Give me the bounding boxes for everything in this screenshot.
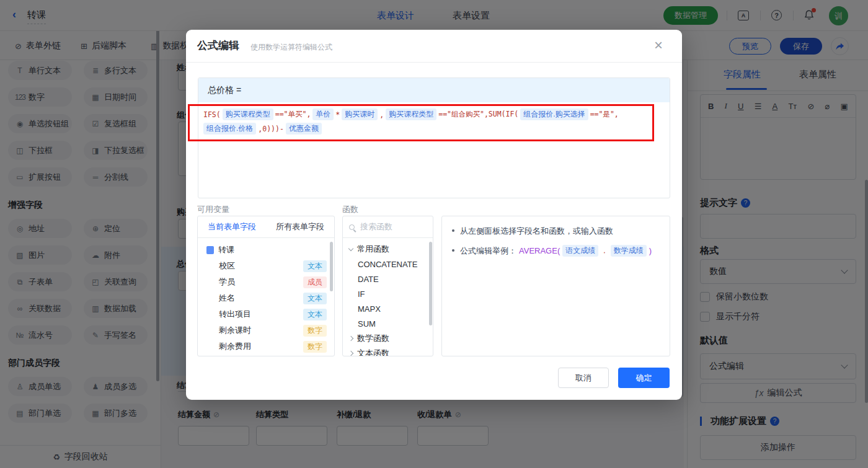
function-group-name: 文本函数 [357, 348, 389, 356]
variables-label: 可用变量 [197, 204, 229, 215]
bullet-icon [452, 249, 454, 252]
divider [186, 62, 682, 63]
close-icon[interactable]: × [654, 37, 663, 54]
variable-item[interactable]: 剩余费用数字 [198, 338, 334, 355]
dialog-title: 公式编辑 [197, 38, 239, 53]
function-search[interactable]: 搜索函数 [343, 216, 433, 238]
variable-type-tag: 文本 [303, 293, 327, 304]
variable-name: 剩余费用 [219, 341, 251, 352]
formula-edit-dialog: 公式编辑 使用数学运算符编辑公式 × 总价格 = IFS(购买课程类型=="单买… [186, 30, 682, 400]
vars-tab-0[interactable]: 当前表单字段 [198, 216, 266, 237]
field-chip[interactable]: 数学成绩 [611, 245, 647, 257]
formula-code: ， [601, 244, 608, 257]
vars-tab-1[interactable]: 所有表单字段 [266, 216, 334, 237]
field-chip[interactable]: 语文成绩 [562, 245, 598, 257]
tip-text-part: 从左侧面板选择字段名和函数，或输入函数 [460, 224, 613, 237]
annotation-red-box [188, 104, 654, 141]
function-item[interactable]: DATE [343, 272, 433, 286]
variable-name: 转出项目 [219, 309, 251, 320]
functions-panel: 搜索函数 常用函数CONCATENATEDATEIFMAPXSUM数学函数文本函… [342, 216, 433, 356]
function-group[interactable]: 常用函数 [343, 242, 433, 257]
tip-item: 从左侧面板选择字段名和函数，或输入函数 [452, 224, 660, 237]
variable-type-tag: 文本 [303, 309, 327, 320]
form-name: 转课 [218, 244, 234, 255]
variable-type-tag: 成员 [303, 276, 327, 288]
variable-type-tag: 文本 [303, 260, 327, 272]
chevron-right-icon [348, 351, 353, 356]
chevron-right-icon [348, 336, 353, 341]
bullet-icon [452, 229, 454, 232]
variable-type-tag: 数字 [303, 341, 327, 353]
chevron-down-icon [348, 245, 353, 250]
function-item[interactable]: IF [343, 286, 433, 301]
formula-target: 总价格 = [198, 78, 670, 102]
variables-panel: 当前表单字段所有表单字段 转课校区文本学员成员姓名文本转出项目文本剩余课时数字剩… [197, 216, 335, 356]
search-icon [349, 224, 355, 230]
variable-item[interactable]: 校区文本 [198, 258, 334, 274]
function-text: AVERAGE( [519, 244, 560, 257]
variable-item[interactable]: 转出项目文本 [198, 306, 334, 322]
function-text: ) [649, 244, 652, 257]
variable-name: 姓名 [219, 293, 235, 304]
variable-type-tag: 数字 [303, 325, 327, 337]
form-node[interactable]: 转课 [198, 242, 334, 258]
tip-text: 从左侧面板选择字段名和函数，或输入函数 [460, 224, 613, 237]
function-group[interactable]: 数学函数 [343, 331, 433, 346]
panel-scrollbar[interactable] [429, 242, 432, 325]
function-item[interactable]: SUM [343, 316, 433, 331]
form-icon [206, 246, 214, 254]
tip-text-part: 公式编辑举例： [460, 244, 516, 257]
cancel-button[interactable]: 取消 [558, 368, 609, 388]
variable-item[interactable]: 姓名文本 [198, 290, 334, 306]
variable-item[interactable]: 学员成员 [198, 274, 334, 290]
dialog-subtitle: 使用数学运算符编辑公式 [250, 42, 332, 53]
function-group[interactable]: 文本函数 [343, 346, 433, 356]
tip-item: 公式编辑举例：AVERAGE(语文成绩，数学成绩) [452, 244, 660, 257]
tip-text: 公式编辑举例：AVERAGE(语文成绩，数学成绩) [460, 244, 652, 257]
search-placeholder: 搜索函数 [360, 221, 392, 232]
variable-item[interactable]: 剩余课时数字 [198, 322, 334, 338]
variable-name: 学员 [219, 276, 235, 288]
tips-panel: 从左侧面板选择字段名和函数，或输入函数公式编辑举例：AVERAGE(语文成绩，数… [441, 216, 670, 356]
function-group-name: 常用函数 [357, 244, 389, 255]
functions-label: 函数 [342, 204, 358, 215]
function-item[interactable]: MAPX [343, 301, 433, 316]
confirm-button[interactable]: 确定 [618, 368, 670, 388]
function-group-name: 数学函数 [357, 333, 389, 344]
function-item[interactable]: CONCATENATE [343, 257, 433, 272]
variable-name: 剩余课时 [219, 325, 251, 336]
panel-scrollbar[interactable] [330, 242, 333, 291]
variable-name: 校区 [219, 260, 235, 272]
